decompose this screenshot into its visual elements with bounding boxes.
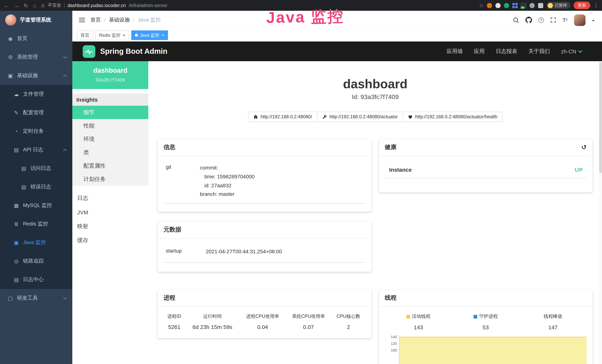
legend-daemon-threads[interactable]: 守护进程 xyxy=(452,313,519,320)
sidebar-item-error-log[interactable]: ▤ 错误日志 xyxy=(0,178,72,196)
chrome-update-button[interactable]: 更新 xyxy=(574,1,590,9)
back-icon[interactable]: ← xyxy=(4,2,9,8)
sidebar-item-log-center[interactable]: ▤ 日志中心 xyxy=(0,270,72,289)
help-icon[interactable]: ? xyxy=(538,17,544,23)
error-log-icon: ▤ xyxy=(21,184,27,190)
sidebar-item-jobs[interactable]: ◔ 定时任务 xyxy=(0,122,72,140)
extension-switch-icon[interactable]: on xyxy=(521,3,526,8)
locale-value: zh-CN xyxy=(561,48,576,54)
scrollbar-thumb[interactable] xyxy=(599,62,602,173)
sidebar-item-redis[interactable]: ≣ Redis 监控 xyxy=(0,215,72,233)
address-bar[interactable]: ⚠ 不安全 dashboard.yudao.iocoder.cn/infra/a… xyxy=(41,2,167,9)
app-sidebar: 芋道管理系统 ◉ 首页 ⚙ 系统管理 ▣ 基础设施 ☁ xyxy=(0,11,72,364)
col-uptime: 运行时间 xyxy=(185,310,240,321)
user-avatar[interactable] xyxy=(574,14,585,26)
tab-home[interactable]: 首页 xyxy=(77,30,93,40)
sba-item-environment[interactable]: 环境 xyxy=(72,132,148,146)
sidebar-item-trace[interactable]: ◎ 链路追踪 xyxy=(0,252,72,270)
java-monitor-icon: ▣ xyxy=(13,240,19,246)
close-icon[interactable]: × xyxy=(123,33,125,38)
extensions-puzzle-icon[interactable] xyxy=(538,3,543,8)
sba-nav-about[interactable]: 关于我们 xyxy=(528,48,550,55)
tab-java-monitor[interactable]: Java 监控 × xyxy=(131,30,168,40)
profile-avatar-smiley xyxy=(548,3,553,8)
sidebar-toggle-icon[interactable] xyxy=(79,18,85,22)
sidebar-item-mysql[interactable]: ▦ MySQL 监控 xyxy=(0,196,72,215)
col-cpu-cores: CPU核心数 xyxy=(331,310,366,321)
threads-legend: 活动线程 守护进程 线程峰值 xyxy=(385,310,587,331)
sidebar-item-label: MySQL 监控 xyxy=(23,202,52,209)
extension-grid-icon[interactable] xyxy=(512,3,515,5)
app-logo[interactable]: 芋道管理系统 xyxy=(0,11,72,29)
breadcrumb-home[interactable]: 首页 xyxy=(90,17,101,23)
tab-label: 首页 xyxy=(80,32,89,38)
sba-item-metrics[interactable]: 性能 xyxy=(72,119,148,132)
col-pid: 进程ID xyxy=(163,310,185,321)
tab-label: Redis 监控 xyxy=(99,32,120,38)
extension-fox-icon[interactable] xyxy=(487,3,492,8)
service-url-button[interactable]: http://192.168.0.2:48080/ xyxy=(248,112,317,122)
sba-item-configprops[interactable]: 配置属性 xyxy=(72,159,148,172)
breadcrumb-infra[interactable]: 基础设施 xyxy=(109,17,130,23)
sba-item-details[interactable]: 细节 xyxy=(72,106,148,119)
sidebar-item-api-log[interactable]: ▤ API 日志 xyxy=(0,140,72,159)
not-secure-label[interactable]: 不安全 xyxy=(48,2,61,9)
process-value-row: 5261 6d 23h 15m 59s 0.04 0.07 2 xyxy=(163,321,366,333)
sidebar-item-infra[interactable]: ▣ 基础设施 xyxy=(0,66,72,85)
sba-nav-wallboard[interactable]: 应用墙 xyxy=(447,48,463,55)
fullscreen-icon[interactable] xyxy=(550,17,556,23)
actuator-url-button[interactable]: http://192.168.0.2:48080/actuator xyxy=(317,112,403,122)
sba-logo-icon[interactable] xyxy=(83,45,95,58)
extension-drop-icon[interactable] xyxy=(495,3,501,8)
api-log-icon: ▤ xyxy=(13,147,19,153)
sba-item-scheduled-tasks[interactable]: 计划任务 xyxy=(72,172,148,186)
on-badge: on xyxy=(521,6,525,9)
instance-links: http://192.168.0.2:48080/ http://192.168… xyxy=(148,112,602,122)
tab-redis-monitor[interactable]: Redis 监控 × xyxy=(95,30,129,40)
instance-header[interactable]: dashboard 93a3fc7f7409 xyxy=(72,61,148,89)
sba-item-classes[interactable]: 类 xyxy=(72,146,148,159)
legend-peak-threads[interactable]: 线程峰值 xyxy=(519,313,587,320)
sidebar-item-home[interactable]: ◉ 首页 xyxy=(0,29,72,48)
search-icon[interactable] xyxy=(513,17,519,23)
url-domain[interactable]: dashboard.yudao.iocoder.cn xyxy=(67,3,126,8)
history-icon[interactable]: ↺ xyxy=(581,144,587,150)
scrollbar[interactable] xyxy=(599,61,602,364)
sidebar-item-java[interactable]: ▣ Java 监控 xyxy=(0,233,72,252)
sidebar-item-access-log[interactable]: ▤ 访问日志 xyxy=(0,159,72,178)
url-path[interactable]: /infra/admin-server xyxy=(129,3,167,8)
browser-home-icon[interactable]: ⌂ xyxy=(33,2,36,8)
sidebar-item-system[interactable]: ⚙ 系统管理 xyxy=(0,48,72,66)
extension-green-icon[interactable] xyxy=(504,3,509,8)
forward-icon[interactable]: → xyxy=(14,2,19,8)
sba-nav-applications[interactable]: 应用 xyxy=(474,48,485,55)
font-size-icon[interactable]: TT xyxy=(562,17,568,23)
legend-live-threads[interactable]: 活动线程 xyxy=(385,313,452,320)
extension-leaf-icon[interactable] xyxy=(529,3,535,8)
bookmark-star-icon[interactable]: ☆ xyxy=(479,2,484,8)
sba-item-logs[interactable]: 日志 xyxy=(72,191,148,205)
github-icon[interactable] xyxy=(526,17,532,23)
info-card: 信息 git commit: time: 1596289704000 xyxy=(158,139,371,212)
process-cpu-value: 0.04 xyxy=(240,321,286,333)
health-url-button[interactable]: http://192.168.0.2:48080/actuator/health xyxy=(402,112,502,122)
browser-menu-icon[interactable]: ⋮ xyxy=(594,3,599,8)
cpu-cores-value: 2 xyxy=(331,321,366,333)
sba-item-jvm[interactable]: JVM xyxy=(72,205,148,219)
uptime-value: 6d 23h 15m 59s xyxy=(185,321,240,333)
chevron-down-icon xyxy=(578,49,582,53)
sidebar-item-files[interactable]: ☁ 文件管理 xyxy=(0,85,72,104)
sidebar-item-devtools[interactable]: ▢ 研发工具 xyxy=(0,289,72,307)
legend-yellow-swatch xyxy=(406,315,410,318)
sba-item-caches[interactable]: 缓存 xyxy=(72,233,148,247)
actuator-url: http://192.168.0.2:48080/actuator xyxy=(329,114,398,119)
sidebar-item-config[interactable]: ✎ 配置管理 xyxy=(0,104,72,122)
sba-nav-journal[interactable]: 日志报表 xyxy=(496,48,517,55)
sidebar-item-label: 系统管理 xyxy=(17,54,38,60)
sidebar-item-label: 链路追踪 xyxy=(23,258,44,264)
sba-item-mappings[interactable]: 映射 xyxy=(72,219,148,233)
browser-profile-chip[interactable]: 已暂停 xyxy=(547,2,570,9)
reload-icon[interactable]: ↻ xyxy=(24,2,28,8)
close-icon[interactable]: × xyxy=(161,33,164,38)
sba-locale-select[interactable]: zh-CN xyxy=(561,48,582,54)
